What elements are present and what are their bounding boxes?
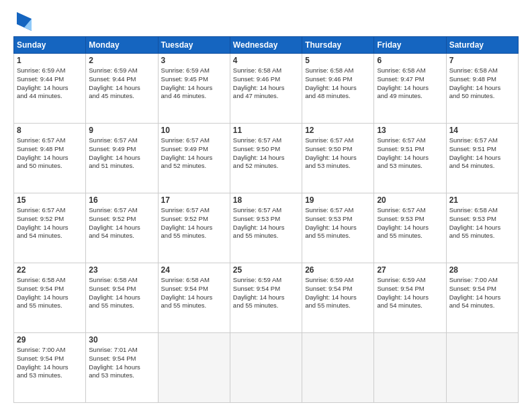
day-number: 13 [377, 126, 443, 135]
calendar-cell: 8Sunrise: 6:57 AM Sunset: 9:48 PM Daylig… [14, 124, 86, 193]
day-number: 3 [161, 56, 227, 65]
calendar-row: 8Sunrise: 6:57 AM Sunset: 9:48 PM Daylig… [14, 124, 519, 193]
day-info: Sunrise: 6:57 AM Sunset: 9:53 PM Dayligh… [377, 206, 443, 240]
day-info: Sunrise: 6:57 AM Sunset: 9:51 PM Dayligh… [377, 136, 443, 171]
day-info: Sunrise: 6:58 AM Sunset: 9:46 PM Dayligh… [233, 66, 299, 101]
day-number: 26 [305, 265, 371, 275]
calendar-cell [446, 333, 518, 403]
day-number: 17 [161, 195, 227, 205]
calendar-cell: 17Sunrise: 6:57 AM Sunset: 9:52 PM Dayli… [158, 193, 230, 263]
day-info: Sunrise: 6:57 AM Sunset: 9:52 PM Dayligh… [161, 206, 227, 240]
day-info: Sunrise: 6:57 AM Sunset: 9:52 PM Dayligh… [89, 206, 154, 240]
day-number: 12 [305, 126, 371, 135]
calendar-cell: 4Sunrise: 6:58 AM Sunset: 9:46 PM Daylig… [230, 54, 302, 124]
day-number: 1 [17, 56, 83, 65]
day-info: Sunrise: 7:00 AM Sunset: 9:54 PM Dayligh… [17, 346, 83, 380]
calendar-cell: 15Sunrise: 6:57 AM Sunset: 9:52 PM Dayli… [14, 193, 86, 263]
day-info: Sunrise: 6:57 AM Sunset: 9:51 PM Dayligh… [449, 136, 515, 171]
calendar-row: 29Sunrise: 7:00 AM Sunset: 9:54 PM Dayli… [14, 333, 519, 403]
day-number: 27 [377, 265, 443, 275]
calendar-row: 1Sunrise: 6:59 AM Sunset: 9:44 PM Daylig… [14, 54, 519, 124]
day-info: Sunrise: 6:57 AM Sunset: 9:50 PM Dayligh… [233, 136, 299, 171]
weekday-header: Saturday [446, 37, 518, 54]
calendar-cell: 2Sunrise: 6:59 AM Sunset: 9:44 PM Daylig… [86, 54, 158, 124]
calendar-cell: 25Sunrise: 6:59 AM Sunset: 9:54 PM Dayli… [230, 263, 302, 333]
day-info: Sunrise: 6:57 AM Sunset: 9:53 PM Dayligh… [233, 206, 299, 240]
day-info: Sunrise: 6:57 AM Sunset: 9:49 PM Dayligh… [161, 136, 227, 171]
day-number: 10 [161, 126, 227, 135]
calendar-table: SundayMondayTuesdayWednesdayThursdayFrid… [13, 36, 519, 403]
calendar-cell: 1Sunrise: 6:59 AM Sunset: 9:44 PM Daylig… [14, 54, 86, 124]
page: SundayMondayTuesdayWednesdayThursdayFrid… [0, 0, 532, 411]
day-number: 4 [233, 56, 299, 65]
day-number: 15 [17, 195, 83, 205]
day-info: Sunrise: 6:57 AM Sunset: 9:49 PM Dayligh… [89, 136, 154, 171]
weekday-header: Monday [86, 37, 158, 54]
calendar-cell [374, 333, 446, 403]
header [13, 11, 519, 31]
calendar-cell: 20Sunrise: 6:57 AM Sunset: 9:53 PM Dayli… [374, 193, 446, 263]
calendar-cell: 26Sunrise: 6:59 AM Sunset: 9:54 PM Dayli… [302, 263, 374, 333]
day-number: 18 [233, 195, 299, 205]
day-info: Sunrise: 6:58 AM Sunset: 9:54 PM Dayligh… [17, 276, 83, 310]
calendar-cell: 14Sunrise: 6:57 AM Sunset: 9:51 PM Dayli… [446, 124, 518, 193]
day-number: 2 [89, 56, 154, 65]
day-info: Sunrise: 6:58 AM Sunset: 9:47 PM Dayligh… [377, 66, 443, 101]
day-info: Sunrise: 6:58 AM Sunset: 9:48 PM Dayligh… [449, 66, 515, 101]
day-info: Sunrise: 6:57 AM Sunset: 9:50 PM Dayligh… [305, 136, 371, 171]
calendar-cell: 9Sunrise: 6:57 AM Sunset: 9:49 PM Daylig… [86, 124, 158, 193]
day-number: 8 [17, 126, 83, 135]
calendar-cell [230, 333, 302, 403]
calendar-cell: 7Sunrise: 6:58 AM Sunset: 9:48 PM Daylig… [446, 54, 518, 124]
day-info: Sunrise: 6:58 AM Sunset: 9:46 PM Dayligh… [305, 66, 371, 101]
day-number: 9 [89, 126, 154, 135]
day-number: 16 [89, 195, 154, 205]
calendar-cell: 12Sunrise: 6:57 AM Sunset: 9:50 PM Dayli… [302, 124, 374, 193]
day-info: Sunrise: 6:59 AM Sunset: 9:54 PM Dayligh… [233, 276, 299, 310]
calendar-cell: 19Sunrise: 6:57 AM Sunset: 9:53 PM Dayli… [302, 193, 374, 263]
calendar-cell [158, 333, 230, 403]
day-number: 14 [449, 126, 515, 135]
calendar-cell: 24Sunrise: 6:58 AM Sunset: 9:54 PM Dayli… [158, 263, 230, 333]
weekday-header: Thursday [302, 37, 374, 54]
calendar-cell: 22Sunrise: 6:58 AM Sunset: 9:54 PM Dayli… [14, 263, 86, 333]
calendar-cell: 10Sunrise: 6:57 AM Sunset: 9:49 PM Dayli… [158, 124, 230, 193]
calendar-cell: 13Sunrise: 6:57 AM Sunset: 9:51 PM Dayli… [374, 124, 446, 193]
day-info: Sunrise: 7:00 AM Sunset: 9:54 PM Dayligh… [449, 276, 515, 310]
weekday-header: Tuesday [158, 37, 230, 54]
day-info: Sunrise: 6:57 AM Sunset: 9:52 PM Dayligh… [17, 206, 83, 240]
day-info: Sunrise: 6:59 AM Sunset: 9:45 PM Dayligh… [161, 66, 227, 101]
day-number: 6 [377, 56, 443, 65]
calendar-cell: 3Sunrise: 6:59 AM Sunset: 9:45 PM Daylig… [158, 54, 230, 124]
day-number: 11 [233, 126, 299, 135]
calendar-cell: 28Sunrise: 7:00 AM Sunset: 9:54 PM Dayli… [446, 263, 518, 333]
day-number: 22 [17, 265, 83, 275]
day-info: Sunrise: 6:57 AM Sunset: 9:53 PM Dayligh… [305, 206, 371, 240]
calendar-cell: 6Sunrise: 6:58 AM Sunset: 9:47 PM Daylig… [374, 54, 446, 124]
weekday-header: Friday [374, 37, 446, 54]
calendar-cell: 18Sunrise: 6:57 AM Sunset: 9:53 PM Dayli… [230, 193, 302, 263]
calendar-row: 15Sunrise: 6:57 AM Sunset: 9:52 PM Dayli… [14, 193, 519, 263]
calendar-cell: 29Sunrise: 7:00 AM Sunset: 9:54 PM Dayli… [14, 333, 86, 403]
calendar-row: 22Sunrise: 6:58 AM Sunset: 9:54 PM Dayli… [14, 263, 519, 333]
calendar-cell: 21Sunrise: 6:58 AM Sunset: 9:53 PM Dayli… [446, 193, 518, 263]
calendar-cell: 16Sunrise: 6:57 AM Sunset: 9:52 PM Dayli… [86, 193, 158, 263]
day-number: 23 [89, 265, 154, 275]
day-info: Sunrise: 6:58 AM Sunset: 9:54 PM Dayligh… [89, 276, 154, 310]
day-info: Sunrise: 6:58 AM Sunset: 9:53 PM Dayligh… [449, 206, 515, 240]
calendar-cell: 27Sunrise: 6:59 AM Sunset: 9:54 PM Dayli… [374, 263, 446, 333]
day-info: Sunrise: 6:58 AM Sunset: 9:54 PM Dayligh… [161, 276, 227, 310]
day-number: 25 [233, 265, 299, 275]
day-number: 7 [449, 56, 515, 65]
logo [13, 11, 32, 31]
day-number: 30 [89, 335, 154, 345]
calendar-cell: 30Sunrise: 7:01 AM Sunset: 9:54 PM Dayli… [86, 333, 158, 403]
day-number: 21 [449, 195, 515, 205]
day-number: 20 [377, 195, 443, 205]
weekday-header: Wednesday [230, 37, 302, 54]
day-info: Sunrise: 6:59 AM Sunset: 9:54 PM Dayligh… [305, 276, 371, 310]
day-number: 5 [305, 56, 371, 65]
weekday-header: Sunday [14, 37, 86, 54]
day-info: Sunrise: 6:59 AM Sunset: 9:44 PM Dayligh… [89, 66, 154, 101]
day-info: Sunrise: 6:59 AM Sunset: 9:44 PM Dayligh… [17, 66, 83, 101]
